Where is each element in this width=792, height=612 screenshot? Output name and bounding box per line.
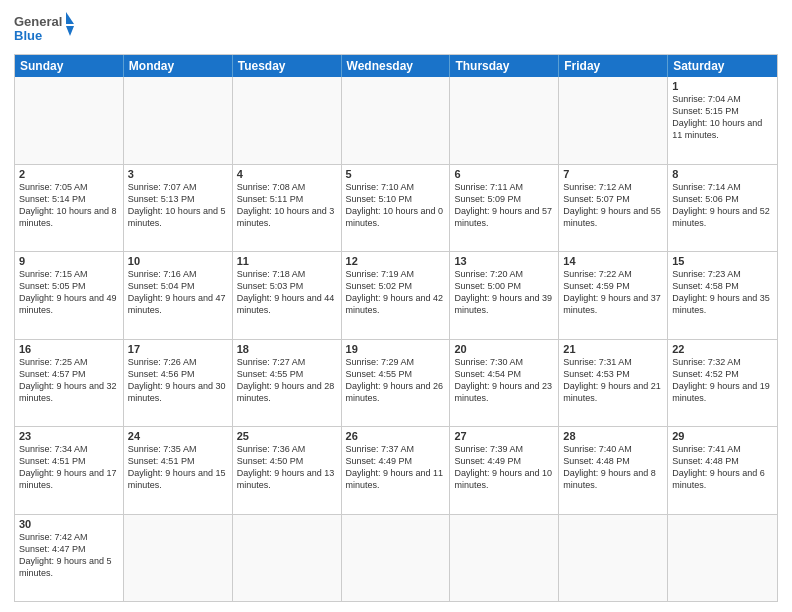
empty-cell-0-2 (233, 77, 342, 164)
day-number-14: 14 (563, 255, 663, 267)
day-cell-22: 22Sunrise: 7:32 AM Sunset: 4:52 PM Dayli… (668, 340, 777, 427)
logo-svg: General Blue (14, 10, 74, 48)
day-cell-26: 26Sunrise: 7:37 AM Sunset: 4:49 PM Dayli… (342, 427, 451, 514)
calendar-row-5: 30Sunrise: 7:42 AM Sunset: 4:47 PM Dayli… (15, 514, 777, 602)
empty-cell-5-5 (559, 515, 668, 602)
day-info-14: Sunrise: 7:22 AM Sunset: 4:59 PM Dayligh… (563, 268, 663, 317)
day-info-9: Sunrise: 7:15 AM Sunset: 5:05 PM Dayligh… (19, 268, 119, 317)
day-number-11: 11 (237, 255, 337, 267)
day-cell-3: 3Sunrise: 7:07 AM Sunset: 5:13 PM Daylig… (124, 165, 233, 252)
header-cell-tuesday: Tuesday (233, 55, 342, 77)
day-number-16: 16 (19, 343, 119, 355)
day-number-6: 6 (454, 168, 554, 180)
day-number-12: 12 (346, 255, 446, 267)
day-cell-19: 19Sunrise: 7:29 AM Sunset: 4:55 PM Dayli… (342, 340, 451, 427)
day-cell-17: 17Sunrise: 7:26 AM Sunset: 4:56 PM Dayli… (124, 340, 233, 427)
day-info-6: Sunrise: 7:11 AM Sunset: 5:09 PM Dayligh… (454, 181, 554, 230)
day-info-20: Sunrise: 7:30 AM Sunset: 4:54 PM Dayligh… (454, 356, 554, 405)
day-cell-30: 30Sunrise: 7:42 AM Sunset: 4:47 PM Dayli… (15, 515, 124, 602)
empty-cell-0-3 (342, 77, 451, 164)
empty-cell-0-1 (124, 77, 233, 164)
empty-cell-0-5 (559, 77, 668, 164)
day-number-7: 7 (563, 168, 663, 180)
svg-text:Blue: Blue (14, 28, 42, 43)
day-info-26: Sunrise: 7:37 AM Sunset: 4:49 PM Dayligh… (346, 443, 446, 492)
day-info-12: Sunrise: 7:19 AM Sunset: 5:02 PM Dayligh… (346, 268, 446, 317)
day-cell-13: 13Sunrise: 7:20 AM Sunset: 5:00 PM Dayli… (450, 252, 559, 339)
day-number-24: 24 (128, 430, 228, 442)
day-number-18: 18 (237, 343, 337, 355)
day-info-7: Sunrise: 7:12 AM Sunset: 5:07 PM Dayligh… (563, 181, 663, 230)
empty-cell-0-0 (15, 77, 124, 164)
day-number-8: 8 (672, 168, 773, 180)
calendar-body: 1Sunrise: 7:04 AM Sunset: 5:15 PM Daylig… (15, 77, 777, 601)
calendar-row-3: 16Sunrise: 7:25 AM Sunset: 4:57 PM Dayli… (15, 339, 777, 427)
day-info-13: Sunrise: 7:20 AM Sunset: 5:00 PM Dayligh… (454, 268, 554, 317)
day-cell-16: 16Sunrise: 7:25 AM Sunset: 4:57 PM Dayli… (15, 340, 124, 427)
day-cell-27: 27Sunrise: 7:39 AM Sunset: 4:49 PM Dayli… (450, 427, 559, 514)
day-number-25: 25 (237, 430, 337, 442)
calendar-row-2: 9Sunrise: 7:15 AM Sunset: 5:05 PM Daylig… (15, 251, 777, 339)
header-cell-monday: Monday (124, 55, 233, 77)
day-info-28: Sunrise: 7:40 AM Sunset: 4:48 PM Dayligh… (563, 443, 663, 492)
day-cell-7: 7Sunrise: 7:12 AM Sunset: 5:07 PM Daylig… (559, 165, 668, 252)
day-number-10: 10 (128, 255, 228, 267)
calendar: SundayMondayTuesdayWednesdayThursdayFrid… (14, 54, 778, 602)
empty-cell-0-4 (450, 77, 559, 164)
day-info-5: Sunrise: 7:10 AM Sunset: 5:10 PM Dayligh… (346, 181, 446, 230)
day-cell-15: 15Sunrise: 7:23 AM Sunset: 4:58 PM Dayli… (668, 252, 777, 339)
empty-cell-5-6 (668, 515, 777, 602)
day-number-28: 28 (563, 430, 663, 442)
header-cell-friday: Friday (559, 55, 668, 77)
day-info-27: Sunrise: 7:39 AM Sunset: 4:49 PM Dayligh… (454, 443, 554, 492)
header-cell-sunday: Sunday (15, 55, 124, 77)
day-info-10: Sunrise: 7:16 AM Sunset: 5:04 PM Dayligh… (128, 268, 228, 317)
day-number-17: 17 (128, 343, 228, 355)
day-cell-25: 25Sunrise: 7:36 AM Sunset: 4:50 PM Dayli… (233, 427, 342, 514)
empty-cell-5-4 (450, 515, 559, 602)
day-info-24: Sunrise: 7:35 AM Sunset: 4:51 PM Dayligh… (128, 443, 228, 492)
day-number-9: 9 (19, 255, 119, 267)
header: General Blue (14, 10, 778, 48)
day-info-8: Sunrise: 7:14 AM Sunset: 5:06 PM Dayligh… (672, 181, 773, 230)
calendar-row-0: 1Sunrise: 7:04 AM Sunset: 5:15 PM Daylig… (15, 77, 777, 164)
day-cell-12: 12Sunrise: 7:19 AM Sunset: 5:02 PM Dayli… (342, 252, 451, 339)
day-number-27: 27 (454, 430, 554, 442)
calendar-row-1: 2Sunrise: 7:05 AM Sunset: 5:14 PM Daylig… (15, 164, 777, 252)
day-number-20: 20 (454, 343, 554, 355)
day-cell-11: 11Sunrise: 7:18 AM Sunset: 5:03 PM Dayli… (233, 252, 342, 339)
day-number-3: 3 (128, 168, 228, 180)
empty-cell-5-3 (342, 515, 451, 602)
day-cell-9: 9Sunrise: 7:15 AM Sunset: 5:05 PM Daylig… (15, 252, 124, 339)
day-info-18: Sunrise: 7:27 AM Sunset: 4:55 PM Dayligh… (237, 356, 337, 405)
logo: General Blue (14, 10, 74, 48)
day-info-3: Sunrise: 7:07 AM Sunset: 5:13 PM Dayligh… (128, 181, 228, 230)
day-cell-29: 29Sunrise: 7:41 AM Sunset: 4:48 PM Dayli… (668, 427, 777, 514)
day-cell-21: 21Sunrise: 7:31 AM Sunset: 4:53 PM Dayli… (559, 340, 668, 427)
day-info-16: Sunrise: 7:25 AM Sunset: 4:57 PM Dayligh… (19, 356, 119, 405)
day-cell-5: 5Sunrise: 7:10 AM Sunset: 5:10 PM Daylig… (342, 165, 451, 252)
empty-cell-5-2 (233, 515, 342, 602)
day-info-15: Sunrise: 7:23 AM Sunset: 4:58 PM Dayligh… (672, 268, 773, 317)
day-number-23: 23 (19, 430, 119, 442)
calendar-row-4: 23Sunrise: 7:34 AM Sunset: 4:51 PM Dayli… (15, 426, 777, 514)
calendar-header-row: SundayMondayTuesdayWednesdayThursdayFrid… (15, 55, 777, 77)
day-number-26: 26 (346, 430, 446, 442)
day-cell-23: 23Sunrise: 7:34 AM Sunset: 4:51 PM Dayli… (15, 427, 124, 514)
day-cell-14: 14Sunrise: 7:22 AM Sunset: 4:59 PM Dayli… (559, 252, 668, 339)
day-info-19: Sunrise: 7:29 AM Sunset: 4:55 PM Dayligh… (346, 356, 446, 405)
day-info-23: Sunrise: 7:34 AM Sunset: 4:51 PM Dayligh… (19, 443, 119, 492)
header-cell-wednesday: Wednesday (342, 55, 451, 77)
day-cell-18: 18Sunrise: 7:27 AM Sunset: 4:55 PM Dayli… (233, 340, 342, 427)
day-info-21: Sunrise: 7:31 AM Sunset: 4:53 PM Dayligh… (563, 356, 663, 405)
day-number-4: 4 (237, 168, 337, 180)
empty-cell-5-1 (124, 515, 233, 602)
day-number-21: 21 (563, 343, 663, 355)
day-cell-20: 20Sunrise: 7:30 AM Sunset: 4:54 PM Dayli… (450, 340, 559, 427)
header-cell-saturday: Saturday (668, 55, 777, 77)
day-info-11: Sunrise: 7:18 AM Sunset: 5:03 PM Dayligh… (237, 268, 337, 317)
day-info-29: Sunrise: 7:41 AM Sunset: 4:48 PM Dayligh… (672, 443, 773, 492)
day-info-1: Sunrise: 7:04 AM Sunset: 5:15 PM Dayligh… (672, 93, 773, 142)
day-cell-4: 4Sunrise: 7:08 AM Sunset: 5:11 PM Daylig… (233, 165, 342, 252)
day-cell-8: 8Sunrise: 7:14 AM Sunset: 5:06 PM Daylig… (668, 165, 777, 252)
